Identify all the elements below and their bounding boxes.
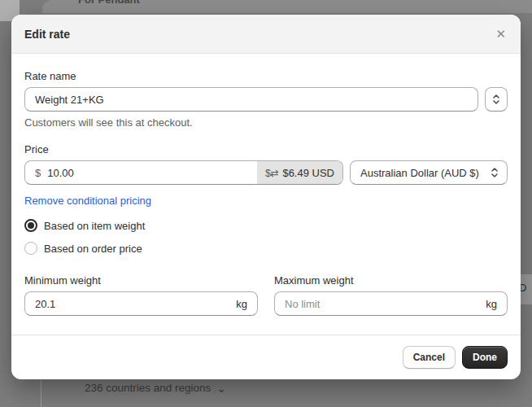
modal-title: Edit rate: [24, 28, 70, 41]
cancel-button[interactable]: Cancel: [403, 346, 456, 369]
condition-type-radio-group: Based on item weight Based on order pric…: [24, 219, 508, 255]
radio-order-price[interactable]: Based on order price: [24, 242, 508, 255]
modal-footer: Cancel Done: [11, 335, 521, 379]
countries-summary: 236 countries and regions ⌄: [85, 382, 226, 394]
minimum-weight-label: Minimum weight: [24, 274, 258, 287]
maximum-weight-unit: kg: [486, 298, 507, 310]
converted-price-value: $6.49 USD: [282, 167, 334, 179]
done-button[interactable]: Done: [462, 346, 508, 369]
updown-stepper-icon: [492, 94, 500, 105]
radio-unselected-icon: [24, 242, 37, 255]
remove-conditional-pricing-link[interactable]: Remove conditional pricing: [24, 195, 151, 207]
rate-name-label: Rate name: [24, 70, 508, 82]
price-input[interactable]: [41, 161, 257, 184]
radio-selected-icon: [24, 219, 37, 232]
currency-prefix: $: [25, 167, 41, 179]
rate-name-field-wrap: [24, 87, 478, 112]
price-field-wrap: $ $⇄ $6.49 USD: [24, 160, 343, 185]
minimum-weight-unit: kg: [236, 298, 257, 310]
price-label: Price: [24, 143, 508, 155]
modal-header: Edit rate ✕: [11, 15, 521, 54]
currency-convert-icon: $⇄: [265, 167, 277, 179]
radio-item-weight-label: Based on item weight: [44, 220, 145, 232]
edit-rate-modal: Edit rate ✕ Rate name Customers will see…: [11, 15, 521, 379]
converted-price-badge: $⇄ $6.49 USD: [257, 161, 342, 184]
modal-body: Rate name Customers will see this at che…: [11, 54, 521, 335]
radio-order-price-label: Based on order price: [44, 243, 142, 255]
currency-select-value: Australian Dollar (AUD $): [360, 167, 479, 179]
currency-select[interactable]: Australian Dollar (AUD $): [350, 160, 508, 185]
chevron-down-icon: ⌄: [216, 384, 226, 392]
rate-name-input[interactable]: [25, 88, 477, 111]
rate-name-help-text: Customers will see this at checkout.: [24, 116, 508, 129]
rate-name-stepper-button[interactable]: [485, 87, 508, 112]
maximum-weight-field-wrap: kg: [274, 291, 508, 316]
countries-summary-label: 236 countries and regions: [85, 382, 211, 394]
radio-item-weight[interactable]: Based on item weight: [24, 219, 508, 232]
minimum-weight-field-wrap: kg: [24, 291, 258, 316]
close-icon[interactable]: ✕: [494, 26, 508, 42]
chevron-updown-icon: [491, 167, 499, 178]
maximum-weight-label: Maximum weight: [274, 274, 508, 287]
background-divider: [41, 379, 41, 407]
minimum-weight-input[interactable]: [25, 292, 236, 315]
background-top-card: For Pendant: [42, 0, 532, 13]
maximum-weight-input[interactable]: [275, 292, 486, 315]
background-partial-text: For Pendant: [78, 0, 140, 6]
